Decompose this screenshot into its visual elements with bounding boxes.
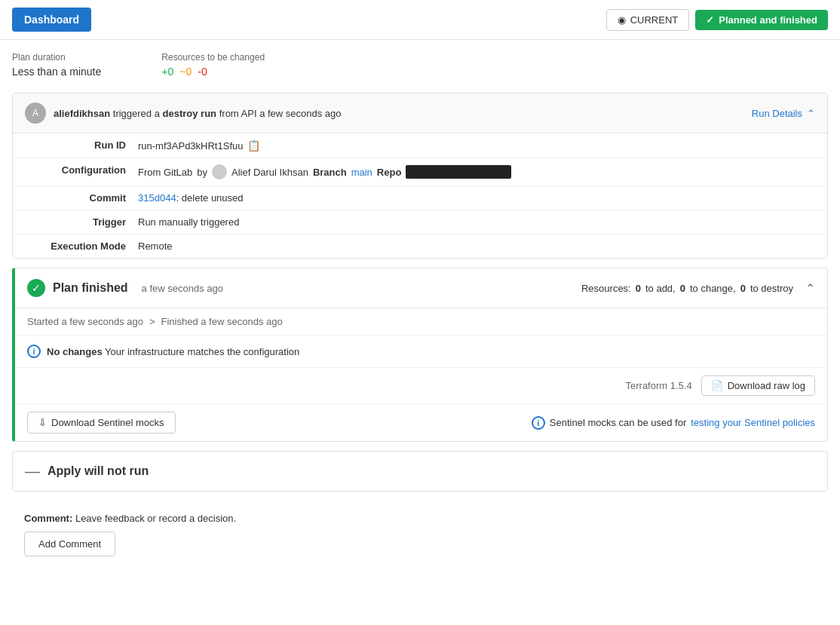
current-label: CURRENT: [630, 14, 679, 26]
execution-label: Execution Mode: [25, 241, 138, 252]
resources-value: +0 ~0 -0: [161, 66, 265, 78]
duration-label: Plan duration: [12, 52, 101, 63]
top-right-buttons: ◉ CURRENT ✓ Planned and finished: [606, 9, 828, 31]
run-id-row: Run ID run-mf3APd3kHRt1Sfuu 📋: [13, 133, 827, 158]
copy-icon[interactable]: 📋: [247, 139, 260, 152]
check-icon: ✓: [706, 14, 714, 26]
plan-meta: Plan duration Less than a minute Resourc…: [0, 40, 840, 84]
apply-card-header: — Apply will not run: [13, 452, 827, 491]
download-sentinel-button[interactable]: ⇩ Download Sentinel mocks: [27, 412, 176, 434]
plan-title: Plan finished: [53, 281, 128, 295]
commit-message: : delete unused: [176, 192, 244, 204]
execution-row: Execution Mode Remote: [13, 234, 827, 258]
commit-label: Commit: [25, 192, 138, 204]
sentinel-info: i Sentinel mocks can be used for testing…: [532, 416, 815, 430]
clock-icon: ◉: [618, 14, 626, 26]
no-changes-row: i No changes Your infrastructure matches…: [15, 335, 827, 368]
destroy-label: to destroy: [750, 283, 793, 294]
comment-section: Comment: Leave feedback or record a deci…: [12, 501, 828, 568]
trigger-text: aliefdikhsan triggered a destroy run fro…: [54, 108, 342, 119]
trigger-source: from API a few seconds ago: [219, 108, 342, 119]
planned-label: Planned and finished: [719, 14, 817, 26]
trigger-card: A aliefdikhsan triggered a destroy run f…: [12, 93, 828, 259]
configuration-label: Configuration: [25, 164, 138, 179]
terraform-version: Terraform 1.5.4: [626, 380, 692, 391]
current-button[interactable]: ◉ CURRENT: [606, 9, 690, 31]
trigger-label: Trigger: [25, 216, 138, 228]
add-comment-button[interactable]: Add Comment: [24, 532, 115, 556]
trigger-action-prefix: triggered a: [113, 108, 160, 119]
terraform-row: Terraform 1.5.4 📄 Download raw log: [15, 368, 827, 404]
run-id-label: Run ID: [25, 139, 138, 152]
comment-placeholder-text: Leave feedback or record a decision.: [75, 513, 236, 524]
dash-icon: —: [25, 464, 40, 479]
plan-card-header: ✓ Plan finished a few seconds ago Resour…: [15, 268, 827, 308]
chevron-up-icon: ⌃: [807, 108, 815, 119]
sentinel-policies-link[interactable]: testing your Sentinel policies: [691, 417, 815, 428]
run-details-link[interactable]: Run Details ⌃: [752, 108, 815, 119]
no-changes-description: Your infrastructure matches the configur…: [105, 346, 299, 357]
finished-text: Finished a few seconds ago: [161, 316, 283, 327]
config-by: by: [197, 167, 207, 178]
download-log-button[interactable]: 📄 Download raw log: [701, 375, 815, 396]
config-user: Alief Darul Ikhsan: [231, 167, 308, 178]
branch-label: Branch: [313, 167, 347, 178]
run-id-value: run-mf3APd3kHRt1Sfuu: [138, 140, 243, 152]
plan-resources-summary: Resources: 0 to add, 0 to change, 0 to d…: [581, 283, 793, 294]
commit-row: Commit 315d044: delete unused: [13, 186, 827, 210]
apply-card: — Apply will not run: [12, 451, 828, 492]
duration-value: Less than a minute: [12, 66, 101, 78]
plan-card-body: Started a few seconds ago > Finished a f…: [15, 308, 827, 441]
info-icon: i: [27, 345, 41, 358]
branch-value: main: [351, 167, 372, 178]
sentinel-row: ⇩ Download Sentinel mocks i Sentinel moc…: [15, 404, 827, 441]
apply-title: Apply will not run: [48, 464, 149, 478]
top-bar: Dashboard ◉ CURRENT ✓ Planned and finish…: [0, 0, 840, 40]
trigger-action: destroy run: [163, 108, 217, 119]
sentinel-info-prefix: Sentinel mocks can be used for: [550, 417, 686, 428]
avatar: A: [25, 103, 46, 124]
trigger-value: Run manually triggered: [138, 216, 815, 228]
config-source: From GitLab: [138, 167, 192, 178]
trigger-user: aliefdikhsan: [54, 108, 110, 119]
download-log-icon: 📄: [711, 380, 723, 391]
add-value: +0: [161, 66, 173, 78]
resources-label: Resources to be changed: [161, 52, 265, 63]
trigger-card-header: A aliefdikhsan triggered a destroy run f…: [13, 93, 827, 133]
plan-chevron-up-icon[interactable]: ⌃: [805, 281, 815, 296]
configuration-row: Configuration From GitLab by Alief Darul…: [13, 158, 827, 186]
repo-label: Repo: [377, 167, 402, 178]
change-label: to change,: [690, 283, 736, 294]
config-avatar: [212, 164, 227, 179]
download-log-label: Download raw log: [728, 380, 805, 391]
no-changes-title: No changes: [47, 346, 103, 357]
download-sentinel-icon: ⇩: [38, 417, 47, 428]
add-label: to add,: [645, 283, 676, 294]
destroy-count: 0: [740, 283, 746, 294]
planned-button[interactable]: ✓ Planned and finished: [695, 10, 828, 30]
started-text: Started a few seconds ago: [27, 316, 143, 327]
change-value: ~0: [179, 66, 192, 78]
plan-finished-card: ✓ Plan finished a few seconds ago Resour…: [12, 268, 828, 442]
resources-label: Resources:: [581, 283, 631, 294]
comment-label: Comment: Leave feedback or record a deci…: [24, 513, 816, 524]
destroy-value: -0: [198, 66, 207, 78]
separator: >: [149, 316, 155, 327]
comment-strong: Comment:: [24, 513, 72, 524]
sentinel-info-icon: i: [532, 416, 545, 430]
change-count: 0: [680, 283, 685, 294]
commit-hash[interactable]: 315d044: [138, 192, 176, 204]
execution-value: Remote: [138, 241, 815, 252]
plan-timeline: Started a few seconds ago > Finished a f…: [15, 308, 827, 335]
plan-check-icon: ✓: [27, 279, 45, 297]
plan-time: a few seconds ago: [142, 283, 223, 294]
run-details-label: Run Details: [752, 108, 802, 119]
download-sentinel-label: Download Sentinel mocks: [51, 417, 164, 428]
trigger-card-body: Run ID run-mf3APd3kHRt1Sfuu 📋 Configurat…: [13, 133, 827, 258]
dashboard-button[interactable]: Dashboard: [12, 8, 91, 32]
repo-redacted: [406, 165, 511, 179]
trigger-row: Trigger Run manually triggered: [13, 210, 827, 234]
add-count: 0: [636, 283, 641, 294]
